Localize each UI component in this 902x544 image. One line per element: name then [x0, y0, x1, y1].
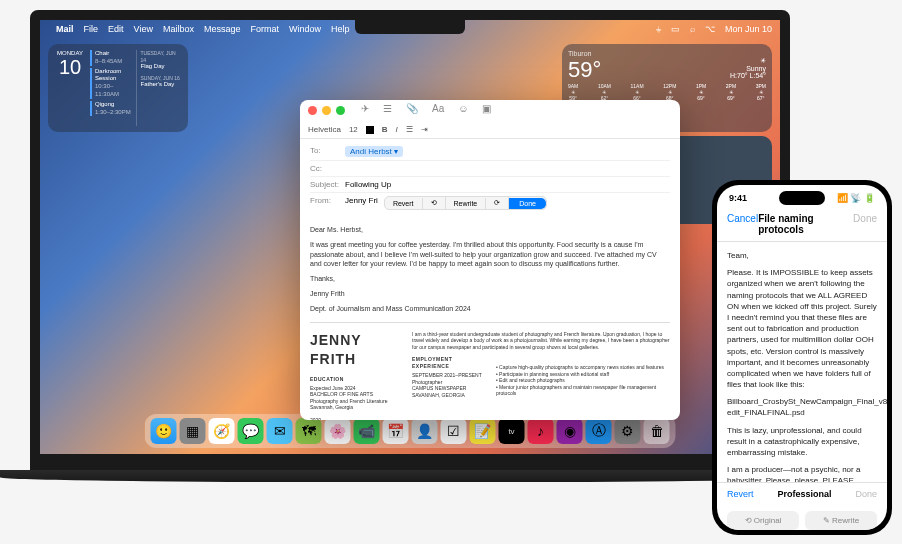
wifi-icon[interactable]: ⏚	[656, 24, 661, 34]
rewrite-button[interactable]: Rewrite	[446, 198, 487, 209]
filename: Billboard_CrosbySt_NewCampaign_Final_v81…	[727, 396, 877, 418]
maximize-button[interactable]	[336, 106, 345, 115]
done-button[interactable]: Done	[509, 198, 546, 209]
forward-icon[interactable]: ⟳	[486, 197, 509, 209]
emoji-icon[interactable]: ☺	[458, 103, 468, 114]
calendar-date: 10	[54, 56, 86, 79]
dock-settings[interactable]: ⚙	[615, 418, 641, 444]
menu-format[interactable]: Format	[250, 24, 279, 34]
from-field[interactable]: Jenny Fri	[345, 196, 378, 210]
dock-safari[interactable]: 🧭	[209, 418, 235, 444]
sig-name: Jenny Frith	[310, 289, 670, 299]
size-select[interactable]: 12	[349, 125, 358, 134]
attach-icon[interactable]: 📎	[406, 103, 418, 114]
dock-notes[interactable]: 📝	[470, 418, 496, 444]
dock-reminders[interactable]: ☑	[441, 418, 467, 444]
iphone-device: 9:41 📶 📡 🔋 Cancel File naming protocols …	[712, 180, 892, 535]
dock-finder[interactable]: 🙂	[151, 418, 177, 444]
dock-facetime[interactable]: 📹	[354, 418, 380, 444]
edu-detail: Expected June 2024 BACHELOR OF FINE ARTS…	[310, 385, 400, 420]
menubar-app[interactable]: Mail	[56, 24, 74, 34]
done-button[interactable]: Done	[855, 489, 877, 499]
bold-button[interactable]: B	[382, 125, 388, 134]
rewrite-toolbar: Revert ⟲ Rewrite ⟳ Done	[384, 196, 547, 210]
menu-edit[interactable]: Edit	[108, 24, 124, 34]
dock-podcasts[interactable]: ◉	[557, 418, 583, 444]
macbook-screen: Mail File Edit View Mailbox Message Form…	[30, 10, 790, 470]
greeting: Dear Ms. Herbst,	[310, 225, 670, 235]
mode-label[interactable]: Professional	[777, 489, 831, 499]
iphone-body[interactable]: Team, Please. It is IMPOSSIBLE to keep a…	[717, 242, 887, 482]
menu-message[interactable]: Message	[204, 24, 241, 34]
resume-name: JENNY FRITH	[310, 331, 400, 370]
minimize-button[interactable]	[322, 106, 331, 115]
weather-temp: 59°	[568, 57, 601, 83]
subject-field[interactable]: Following Up	[345, 180, 391, 189]
body-para: It was great meeting you for coffee yest…	[310, 240, 670, 269]
weather-location: Tiburon	[568, 50, 766, 57]
indent-icon[interactable]: ⇥	[421, 125, 428, 134]
event-time: 10:30–11:30AM	[95, 83, 132, 99]
upcoming-title: Father's Day	[141, 81, 183, 89]
font-select[interactable]: Helvetica	[308, 125, 341, 134]
event-time: 1:30–2:30PM	[95, 109, 132, 117]
weather-range: H:70° L:54°	[730, 72, 766, 79]
iphone-tools: Revert Professional Done	[717, 482, 887, 505]
menu-mailbox[interactable]: Mailbox	[163, 24, 194, 34]
dock-launchpad[interactable]: ▦	[180, 418, 206, 444]
dock-contacts[interactable]: 👤	[412, 418, 438, 444]
italic-button[interactable]: I	[396, 125, 398, 134]
mail-body[interactable]: Dear Ms. Herbst, It was great meeting yo…	[300, 217, 680, 420]
calendar-widget[interactable]: MONDAY 10 Chair8–8:45AM Darkroom Session…	[48, 44, 188, 132]
thanks: Thanks,	[310, 274, 670, 284]
weather-condition: Sunny	[730, 65, 766, 72]
dock-messages[interactable]: 💬	[238, 418, 264, 444]
cc-label: Cc:	[310, 164, 345, 173]
done-button[interactable]: Done	[853, 213, 877, 235]
iphone-screen: 9:41 📶 📡 🔋 Cancel File naming protocols …	[717, 185, 887, 530]
dock-maps[interactable]: 🗺	[296, 418, 322, 444]
rewrite-button[interactable]: ✎ Rewrite	[805, 511, 877, 530]
menu-help[interactable]: Help	[331, 24, 350, 34]
upcoming-day: TUESDAY, JUN 14	[141, 50, 183, 63]
revert-button[interactable]: Revert	[727, 489, 754, 499]
menu-view[interactable]: View	[134, 24, 153, 34]
battery-icon[interactable]: ▭	[671, 24, 680, 34]
revert-button[interactable]: Revert	[385, 198, 423, 209]
sig-school: Dept. of Journalism and Mass Communicati…	[310, 304, 670, 314]
header-icon[interactable]: ☰	[383, 103, 392, 114]
send-icon[interactable]: ✈	[361, 103, 369, 114]
search-icon[interactable]: ⌕	[690, 24, 695, 34]
format-bar: Helvetica 12 B I ☰ ⇥	[300, 121, 680, 139]
upcoming-day: SUNDAY, JUN 16	[141, 75, 183, 82]
original-button[interactable]: ⟲ Original	[727, 511, 799, 530]
event-time: 8–8:45AM	[95, 58, 132, 66]
color-swatch[interactable]	[366, 126, 374, 134]
recipient-chip[interactable]: Andi Herbst ▾	[345, 146, 403, 157]
dock-photos[interactable]: 🌸	[325, 418, 351, 444]
dock-trash[interactable]: 🗑	[644, 418, 670, 444]
para-1: Please. It is IMPOSSIBLE to keep assets …	[727, 267, 877, 390]
dock-tv[interactable]: tv	[499, 418, 525, 444]
menu-file[interactable]: File	[84, 24, 99, 34]
back-icon[interactable]: ⟲	[423, 197, 446, 209]
iphone-buttons: ⟲ Original ✎ Rewrite	[717, 505, 887, 530]
photo-icon[interactable]: ▣	[482, 103, 491, 114]
format-icon[interactable]: Aa	[432, 103, 444, 114]
weather-hourly: 9AM☀59° 10AM☀62° 11AM☀66° 12PM☀68° 1PM☀6…	[568, 83, 766, 101]
dock-music[interactable]: ♪	[528, 418, 554, 444]
dock-mail[interactable]: ✉	[267, 418, 293, 444]
close-button[interactable]	[308, 106, 317, 115]
cancel-button[interactable]: Cancel	[727, 213, 758, 235]
sun-icon: ☀	[730, 57, 766, 65]
greeting: Team,	[727, 250, 877, 261]
dock-calendar[interactable]: 📅	[383, 418, 409, 444]
mail-compose-window: ✈ ☰ 📎 Aa ☺ ▣ Helvetica 12 B I ☰ ⇥ To:And…	[300, 100, 680, 420]
edu-heading: EDUCATION	[310, 376, 400, 383]
control-center-icon[interactable]: ⌥	[705, 24, 715, 34]
menubar-datetime[interactable]: Mon Jun 10	[725, 24, 772, 34]
traffic-lights	[300, 100, 353, 121]
list-icon[interactable]: ☰	[406, 125, 413, 134]
dock-appstore[interactable]: Ⓐ	[586, 418, 612, 444]
menu-window[interactable]: Window	[289, 24, 321, 34]
